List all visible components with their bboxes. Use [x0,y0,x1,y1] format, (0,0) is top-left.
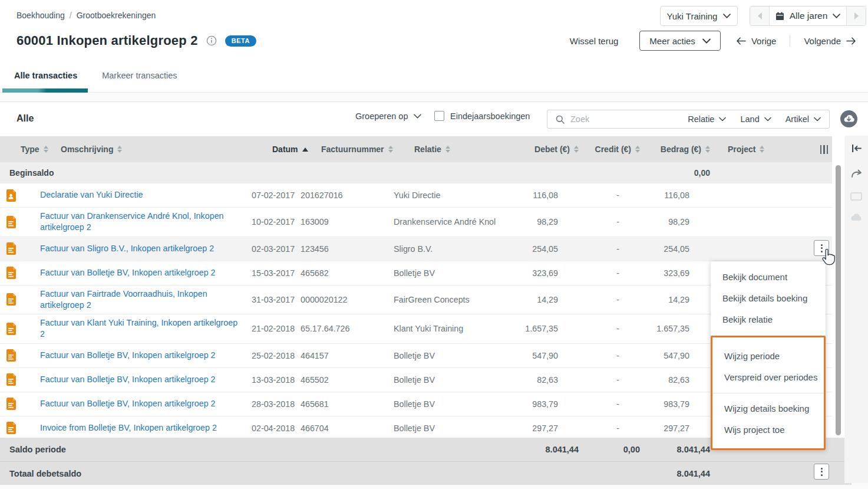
context-menu-view-section: Bekijk documentBekijk details boekingBek… [711,261,826,336]
relation-name: Drankenservice André Knol [394,217,510,227]
transaction-description-link[interactable]: Factuur van Sligro B.V., Inkopen artikel… [40,244,214,253]
table-row[interactable]: Factuur van Drankenservice André Knol, I… [0,208,832,237]
invoice-number: 465502 [301,375,394,385]
transaction-description-link[interactable]: Factuur van Bolletje BV, Inkopen artikel… [40,268,216,277]
relation-name: Bolletje BV [394,375,510,385]
menu-item-verspreid-over-periodes[interactable]: Verspreid over periodes [712,367,824,388]
breadcrumb-item-grootboekrekeningen[interactable]: Grootboekrekeningen [77,11,156,20]
filter-artikel-dropdown[interactable]: Artikel [786,114,821,124]
table-row[interactable]: Factuur van Bolletje BV, Inkopen artikel… [0,344,832,368]
groeperen-op-label: Groeperen op [355,111,408,121]
column-header-datum[interactable]: Datum [272,145,321,154]
filter-land-dropdown[interactable]: Land [740,114,771,124]
sort-icon [388,146,393,153]
company-selector-label: Yuki Training [667,11,718,21]
table-row[interactable]: Factuur van Bolletje BV, Inkopen artikel… [0,261,832,285]
table-row[interactable]: Factuur van Sligro B.V., Inkopen artikel… [0,237,832,261]
groeperen-op-dropdown[interactable]: Groeperen op [355,111,421,121]
table-row[interactable]: Factuur van Fairtrade Voorraadhuis, Inko… [0,285,832,315]
page-header: Boekhouding/Grootboekrekeningen Yuki Tra… [0,0,868,93]
column-settings-icon[interactable] [820,145,829,154]
totaal-debetsaldo-row: Totaal debetsaldo 8.041,44 [0,461,852,485]
side-tool-rail [844,136,868,483]
beginsaldo-label: Beginsaldo [9,168,530,178]
column-header-omschrijving[interactable]: Omschrijving [61,145,272,154]
table-row[interactable]: Factuur van Klant Yuki Training, Inkopen… [0,314,832,344]
volgende-button[interactable]: Volgende [804,36,856,46]
year-selector[interactable]: Alle jaren [770,6,846,25]
transaction-description-link[interactable]: Factuur van Fairtrade Voorraadhuis, Inko… [40,289,207,310]
company-selector[interactable]: Yuki Training [660,6,738,26]
table-row[interactable]: Invoice from Bolletje BV, Inkopen artike… [0,416,832,438]
breadcrumb-item-boekhouding[interactable]: Boekhouding [16,11,65,20]
transaction-date: 31-03-2017 [252,295,301,304]
table-row[interactable]: Factuur van Bolletje BV, Inkopen artikel… [0,392,832,416]
filter-relatie-dropdown[interactable]: Relatie [688,114,726,124]
download-export-button[interactable] [840,110,857,127]
credit-amount: - [558,351,619,360]
collapse-panel-icon[interactable] [851,144,862,155]
search-input[interactable] [570,114,682,124]
year-end-bookings-checkbox[interactable] [434,111,444,121]
grootboek-page: Boekhouding/Grootboekrekeningen Yuki Tra… [0,0,868,489]
next-year-button[interactable] [846,6,866,25]
transaction-description-link[interactable]: Factuur van Drankenservice André Knol, I… [40,211,224,232]
sort-icon [445,146,450,153]
transaction-description-link[interactable]: Invoice from Bolletje BV, Inkopen artike… [40,423,217,432]
chevron-down-icon [814,117,821,122]
context-menu-edit-group-1: Wijzig periodeVerspreid over periodes [712,346,824,388]
invoice-number: 0000020122 [301,295,394,304]
meer-acties-button[interactable]: Meer acties [639,31,721,51]
table-actions-button[interactable] [814,464,829,480]
menu-item-wijzig-periode[interactable]: Wijzig periode [712,346,824,367]
menu-item-wijs-project-toe[interactable]: Wijs project toe [712,419,824,441]
vorige-label: Vorige [751,36,777,46]
meer-acties-label: Meer acties [649,36,695,46]
info-icon[interactable] [206,35,217,46]
column-header-type[interactable]: Type [21,145,61,154]
table-row[interactable]: Declaratie van Yuki Directie 07-02-2017 … [0,183,832,208]
tab-markeer-transacties[interactable]: Markeer transacties [102,71,177,86]
wissel-terug-button[interactable]: Wissel terug [570,36,619,46]
transaction-description-link[interactable]: Factuur van Bolletje BV, Inkopen artikel… [40,375,216,384]
year-navigator: Alle jaren [750,6,866,26]
arrow-right-icon [846,37,856,45]
column-header-debet[interactable]: Debet (€) [530,145,579,154]
column-header-relatie[interactable]: Relatie [414,145,530,154]
transaction-description-link[interactable]: Factuur van Bolletje BV, Inkopen artikel… [40,399,216,408]
row-actions-button[interactable] [814,240,829,256]
tab-alle-transacties[interactable]: Alle transacties [14,71,77,86]
column-header-bedrag[interactable]: Bedrag (€) [640,145,710,154]
menu-item-bekijk-document[interactable]: Bekijk document [711,266,826,287]
relation-name: FairGreen Concepts [394,295,510,304]
previous-year-button[interactable] [750,6,770,25]
table-row[interactable]: Factuur van Bolletje BV, Inkopen artikel… [0,368,832,392]
chevron-down-icon [833,14,840,18]
relation-name: Bolletje BV [394,424,510,433]
column-header-project[interactable]: Project [710,145,793,154]
debet-amount: 14,29 [510,295,558,304]
table-header: TypeOmschrijvingDatumFactuurnummerRelati… [0,136,832,162]
transaction-description-link[interactable]: Declaratie van Yuki Directie [40,190,143,199]
bedrag-amount: 323,69 [619,268,689,278]
redo-icon[interactable] [850,168,863,180]
menu-item-bekijk-details-boeking[interactable]: Bekijk details boeking [711,287,826,309]
menu-item-bekijk-relatie[interactable]: Bekijk relatie [711,309,826,330]
sort-icon [760,146,764,153]
credit-amount: - [558,217,619,227]
chevron-down-icon [723,14,731,18]
vertical-scrollbar[interactable] [836,165,841,435]
transaction-date: 10-02-2017 [252,217,301,227]
menu-item-wijzig-details-boeking[interactable]: Wijzig details boeking [712,398,824,419]
vorige-button[interactable]: Vorige [736,36,777,46]
cloud-download-icon [840,110,857,127]
column-header-credit[interactable]: Credit (€) [579,145,640,154]
search-box: RelatieLandArtikel [547,110,830,129]
transaction-description-link[interactable]: Factuur van Bolletje BV, Inkopen artikel… [40,350,216,360]
column-header-factuurnummer[interactable]: Factuurnummer [321,145,414,154]
invoice-document-icon [6,323,16,335]
relation-name: Yuki Directie [394,191,510,200]
chevron-down-icon [702,38,711,44]
transaction-description-link[interactable]: Factuur van Klant Yuki Training, Inkopen… [40,318,237,339]
sort-icon [44,146,48,153]
